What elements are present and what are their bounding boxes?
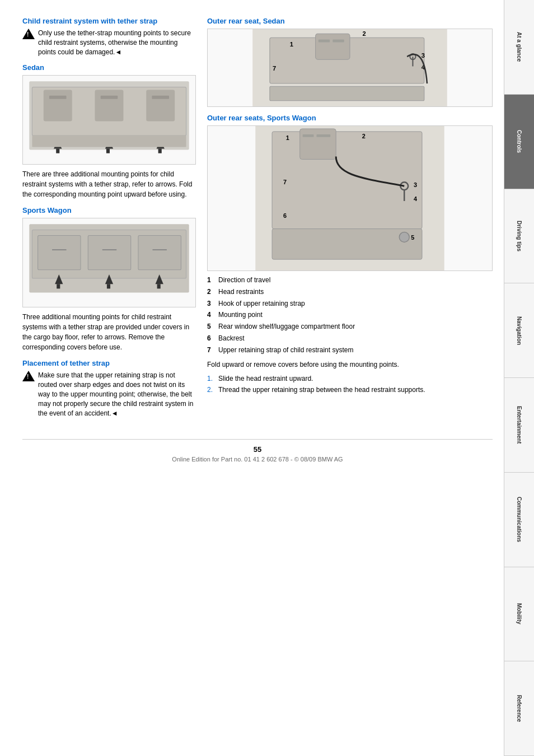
right-column: Outer rear seat, Sedan 1 2 3 <box>207 17 493 422</box>
svg-rect-25 <box>157 284 161 289</box>
legend-num-6: 6 <box>207 334 215 343</box>
svg-text:1: 1 <box>286 134 289 141</box>
step-num-2: 2. <box>207 385 215 395</box>
legend-item-5: 5 Rear window shelf/luggage compartment … <box>207 322 493 332</box>
svg-rect-7 <box>152 96 169 99</box>
sidebar-tab-at-a-glance[interactable]: At a glance <box>504 0 534 95</box>
svg-text:6: 6 <box>283 212 287 219</box>
sidebar-tab-entertainment[interactable]: Entertainment <box>504 378 534 473</box>
svg-rect-5 <box>49 96 67 99</box>
sidebar-tab-controls[interactable]: Controls <box>504 95 534 189</box>
numbered-legend: 1 Direction of travel 2 Head restraints … <box>207 276 493 355</box>
svg-rect-2 <box>44 90 72 122</box>
outer-wagon-svg: 1 2 7 6 3 4 5 <box>208 126 492 270</box>
svg-rect-31 <box>316 34 350 59</box>
sedan-diagram <box>22 75 196 165</box>
legend-label-7: Upper retaining strap of child restraint… <box>218 346 353 355</box>
tether-title: Placement of tether strap <box>22 359 196 367</box>
sports-wagon-title: Sports Wagon <box>22 206 196 214</box>
page-footer: 55 Online Edition for Part no. 01 41 2 6… <box>22 439 493 463</box>
svg-rect-48 <box>316 134 330 137</box>
svg-rect-11 <box>106 149 110 153</box>
svg-text:7: 7 <box>283 179 287 185</box>
svg-text:2: 2 <box>362 133 366 139</box>
warning-text-2: Make sure that the upper retaining strap… <box>38 371 196 418</box>
step-1: 1. Slide the head restraint upward. <box>207 374 493 384</box>
svg-rect-18 <box>88 236 130 270</box>
outer-wagon-title: Outer rear seats, Sports Wagon <box>207 114 493 122</box>
legend-num-2: 2 <box>207 287 215 297</box>
svg-rect-4 <box>146 90 175 122</box>
svg-rect-49 <box>272 229 422 260</box>
warning-text-1: Only use the tether-strap mounting point… <box>38 29 196 57</box>
svg-rect-6 <box>101 96 118 99</box>
legend-label-6: Backrest <box>218 334 245 343</box>
sidebar-tab-communications[interactable]: Communications <box>504 473 534 567</box>
legend-item-6: 6 Backrest <box>207 334 493 343</box>
step-num-1: 1. <box>207 374 215 384</box>
sidebar-tab-driving-tips[interactable]: Driving tips <box>504 189 534 284</box>
svg-text:2: 2 <box>362 30 366 37</box>
svg-text:7: 7 <box>273 65 276 72</box>
legend-num-7: 7 <box>207 346 215 355</box>
legend-num-4: 4 <box>207 310 215 320</box>
main-title: Child restraint system with tether strap <box>22 17 196 25</box>
sports-wagon-desc: Three additional mounting points for chi… <box>22 312 196 352</box>
legend-item-2: 2 Head restraints <box>207 287 493 297</box>
svg-rect-19 <box>138 236 181 270</box>
fold-instruction: Fold upward or remove covers before usin… <box>207 360 493 370</box>
step-label-1: Slide the head restraint upward. <box>218 374 313 384</box>
legend-num-3: 3 <box>207 299 215 309</box>
footer-text: Online Edition for Part no. 01 41 2 602 … <box>172 456 343 463</box>
legend-num-1: 1 <box>207 276 215 285</box>
warning-icon-1 <box>22 29 35 39</box>
legend-item-4: 4 Mounting point <box>207 310 493 320</box>
sports-wagon-svg <box>23 218 195 307</box>
warning-box-2: Make sure that the upper retaining strap… <box>22 371 196 418</box>
sports-wagon-diagram <box>22 218 196 307</box>
legend-item-7: 7 Upper retaining strap of child restrai… <box>207 346 493 355</box>
svg-text:3: 3 <box>421 52 425 59</box>
svg-rect-17 <box>38 236 81 270</box>
outer-sedan-svg: 1 2 3 4 5 6 7 <box>208 29 492 106</box>
step-label-2: Thread the upper retaining strap between… <box>218 385 425 395</box>
svg-point-59 <box>399 232 409 242</box>
svg-rect-32 <box>318 39 330 42</box>
steps-list: 1. Slide the head restraint upward. 2. T… <box>207 374 493 395</box>
legend-label-2: Head restraints <box>218 287 264 297</box>
sidebar-tab-navigation[interactable]: Navigation <box>504 283 534 378</box>
outer-wagon-diagram: 1 2 7 6 3 4 5 <box>207 125 493 271</box>
sedan-desc: There are three additional mounting poin… <box>22 169 196 199</box>
sedan-svg <box>23 76 195 164</box>
svg-rect-45 <box>272 132 422 229</box>
svg-text:5: 5 <box>411 234 414 241</box>
sedan-title: Sedan <box>22 63 196 72</box>
left-column: Child restraint system with tether strap… <box>22 17 196 422</box>
svg-rect-43 <box>270 86 424 101</box>
outer-sedan-title: Outer rear seat, Sedan <box>207 17 493 25</box>
sidebar-tab-reference[interactable]: Reference <box>504 661 534 756</box>
legend-label-3: Hook of upper retaining strap <box>218 299 305 309</box>
step-2: 2. Thread the upper retaining strap betw… <box>207 385 493 395</box>
svg-text:1: 1 <box>290 41 293 48</box>
svg-rect-9 <box>56 149 59 153</box>
main-content: Child restraint system with tether strap… <box>0 0 504 756</box>
svg-rect-14 <box>32 136 186 147</box>
svg-text:4: 4 <box>414 195 417 202</box>
svg-rect-46 <box>300 129 336 160</box>
legend-item-3: 3 Hook of upper retaining strap <box>207 299 493 309</box>
outer-sedan-diagram: 1 2 3 4 5 6 7 <box>207 29 493 107</box>
sidebar-tab-mobility[interactable]: Mobility <box>504 567 534 662</box>
warning-box-1: Only use the tether-strap mounting point… <box>22 29 196 57</box>
svg-text:3: 3 <box>414 181 417 188</box>
legend-label-5: Rear window shelf/luggage compartment fl… <box>218 322 355 332</box>
sidebar: At a glance Controls Driving tips Naviga… <box>504 0 534 756</box>
svg-rect-23 <box>107 284 110 289</box>
page-number: 55 <box>22 445 493 454</box>
legend-num-5: 5 <box>207 322 215 332</box>
svg-rect-13 <box>158 149 162 153</box>
svg-rect-3 <box>95 90 124 122</box>
warning-icon-2 <box>22 371 35 381</box>
legend-label-4: Mounting point <box>218 310 263 320</box>
svg-rect-21 <box>57 284 60 289</box>
